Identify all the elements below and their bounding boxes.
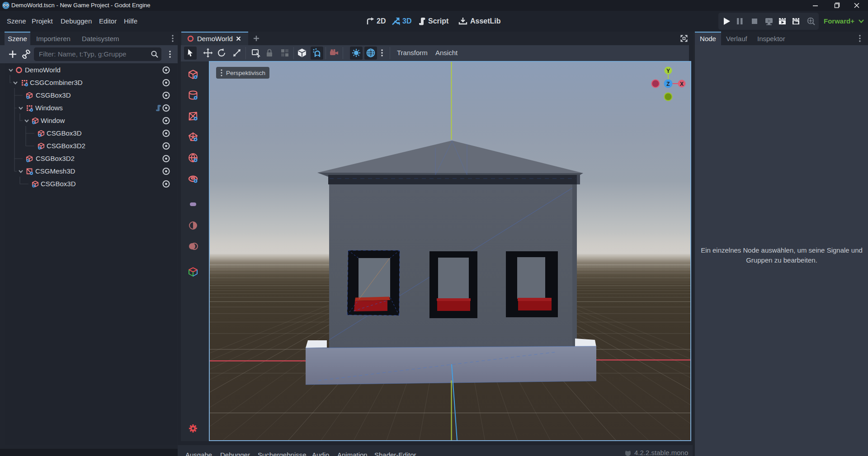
svg-text:X: X [680, 81, 684, 87]
svg-text:Z: Z [666, 81, 670, 87]
svg-text:Perspektivisch: Perspektivisch [226, 70, 265, 76]
svg-text:Y: Y [666, 68, 670, 74]
